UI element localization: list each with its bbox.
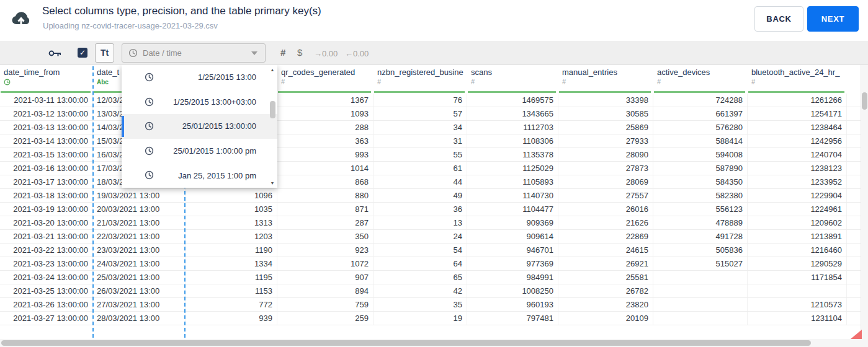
selected-column-left-edge — [92, 66, 94, 338]
column-type-select-value: Date / time — [143, 48, 251, 58]
format-option[interactable]: 25/01/2015 1:00:00 pm — [122, 139, 277, 164]
format-option[interactable]: Jan 25, 2015 1:00 pm — [122, 163, 277, 188]
cell: 27/03/2021 13:00 — [93, 298, 186, 311]
cell: 772 — [186, 298, 277, 311]
column-name: date_time_from — [4, 68, 93, 77]
column-type-select[interactable]: Date / time — [122, 43, 266, 63]
cell: 2021-03-23 13:00:00 — [0, 257, 93, 270]
cell: 31 — [374, 134, 467, 147]
cell: 1290529 — [748, 257, 847, 270]
horizontal-scrollbar[interactable] — [0, 339, 868, 347]
dropdown-scrollbar[interactable]: ▲ ▼ — [269, 65, 277, 188]
cell-filler — [847, 94, 861, 107]
column-header-qr_codes_generated[interactable]: qr_codes_generated# — [277, 65, 374, 94]
column-header-nzbn_registered_busine[interactable]: nzbn_registered_busine# — [374, 65, 467, 94]
format-option[interactable]: 25/01/2015 13:00:00 — [122, 114, 277, 139]
cell: 871 — [277, 203, 374, 216]
cell: 977369 — [467, 257, 558, 270]
cell: 25581 — [558, 271, 653, 284]
increase-precision-button[interactable]: →0.00 — [314, 49, 338, 58]
cell: 1334 — [186, 257, 277, 270]
format-option-label: 25/01/2015 1:00:00 pm — [173, 146, 256, 156]
cell: 505836 — [653, 244, 748, 257]
cell: 1238123 — [748, 162, 847, 175]
cell: 2021-03-21 13:00:00 — [0, 230, 93, 243]
column-quality-bar — [559, 91, 651, 93]
back-button[interactable]: BACK — [754, 6, 803, 32]
next-button[interactable]: NEXT — [807, 6, 859, 32]
cell: 1072 — [277, 257, 374, 270]
table-row: 2021-03-26 13:00:0027/03/2021 13:0077275… — [0, 298, 861, 312]
header-filler — [847, 65, 861, 94]
column-header-manual_entries[interactable]: manual_entries# — [558, 65, 653, 94]
cell — [653, 298, 748, 311]
upload-wizard: Select columns type, precision, and the … — [0, 0, 868, 347]
number-type-label: # — [281, 79, 374, 86]
cell: 1216460 — [748, 244, 847, 257]
scroll-up-arrow-icon[interactable]: ▲ — [269, 68, 275, 72]
cell — [653, 284, 748, 297]
number-type-button[interactable]: # — [280, 47, 285, 58]
cell: 2021-03-15 13:00:00 — [0, 148, 93, 161]
cell: 2021-03-27 13:00:00 — [0, 312, 93, 325]
cell-filler — [847, 134, 861, 147]
cell-filler — [847, 284, 861, 297]
cell: 1231104 — [748, 312, 847, 325]
error-indicator-triangle — [851, 330, 862, 339]
decrease-precision-button[interactable]: ←0.00 — [345, 49, 369, 58]
number-type-label: # — [751, 79, 847, 86]
table-row: 2021-03-22 13:00:0023/03/2021 13:0011909… — [0, 244, 861, 257]
cell: 34 — [374, 121, 467, 134]
format-option[interactable]: 1/25/2015 13:00 — [122, 65, 277, 90]
currency-type-button[interactable]: $ — [297, 47, 302, 58]
cell-filler — [847, 162, 861, 175]
format-option-list: 1/25/2015 13:001/25/2015 13:00+03:0025/0… — [122, 65, 277, 188]
cell: 287 — [277, 216, 374, 229]
scroll-down-arrow-icon[interactable]: ▼ — [269, 181, 275, 185]
cell: 594008 — [653, 148, 748, 161]
cell: 30585 — [558, 107, 653, 120]
include-column-checkbox[interactable]: ✓ — [78, 48, 87, 58]
column-header-active_devices[interactable]: active_devices# — [653, 65, 748, 94]
cell: 880 — [277, 189, 374, 202]
column-header-scans[interactable]: scans# — [467, 65, 558, 94]
clock-icon — [145, 170, 154, 180]
horizontal-scroll-thumb[interactable] — [1, 340, 811, 346]
cell: 868 — [277, 175, 374, 188]
column-header-date_time_from[interactable]: date_time_from — [0, 65, 93, 94]
data-grid: date_time_fromdate_tAbc#qr_codes_generat… — [0, 65, 861, 339]
dropdown-scroll-thumb[interactable] — [270, 101, 275, 118]
format-option-label: 25/01/2015 13:00:00 — [182, 121, 256, 131]
cell: 556123 — [653, 203, 748, 216]
cell: 22869 — [558, 230, 653, 243]
cell-filler — [847, 203, 861, 216]
cell: 21/03/2021 13:00 — [93, 216, 186, 229]
cell: 759 — [277, 298, 374, 311]
cell: 2021-03-18 13:00:00 — [0, 189, 93, 202]
cell: 19 — [374, 312, 467, 325]
table-row: 2021-03-24 13:00:0025/03/2021 13:0011959… — [0, 271, 861, 284]
number-type-label: # — [562, 79, 653, 86]
cell-filler — [847, 257, 861, 270]
cell: 1104477 — [467, 203, 558, 216]
cell: 23/03/2021 13:00 — [93, 244, 186, 257]
cell: 797481 — [467, 312, 558, 325]
column-name: bluetooth_active_24_hr_ — [751, 68, 847, 77]
cell: 1135378 — [467, 148, 558, 161]
cell: 993 — [277, 148, 374, 161]
primary-key-icon[interactable] — [48, 49, 62, 60]
vertical-scroll-thumb[interactable] — [862, 92, 867, 110]
vertical-scrollbar[interactable] — [861, 65, 868, 339]
cell: 2021-03-12 13:00:00 — [0, 107, 93, 120]
column-header-bluetooth_active_24_hr_[interactable]: bluetooth_active_24_hr_# — [748, 65, 847, 94]
cell: 2021-03-11 13:00:00 — [0, 94, 93, 107]
cell-filler — [847, 189, 861, 202]
cell: 42 — [374, 284, 467, 297]
format-option[interactable]: 1/25/2015 13:00+03:00 — [122, 90, 277, 115]
text-type-button[interactable]: Tt — [95, 43, 114, 63]
cell: 35 — [374, 298, 467, 311]
cell: 2021-03-25 13:00:00 — [0, 284, 93, 297]
cell: 661397 — [653, 107, 748, 120]
cell: 61 — [374, 162, 467, 175]
cell: 22/03/2021 13:00 — [93, 230, 186, 243]
